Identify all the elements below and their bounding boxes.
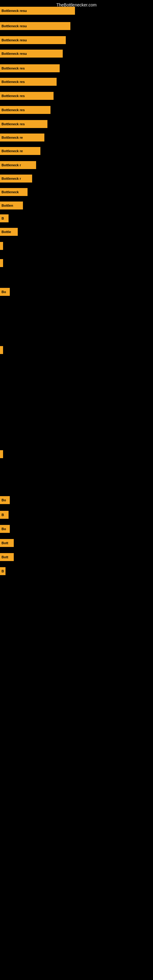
bar-row-2: Bottleneck resu: [0, 36, 66, 44]
bar-label-2: Bottleneck resu: [0, 36, 66, 44]
bar-row-22: Bo: [0, 496, 10, 504]
bar-row-9: Bottleneck re: [0, 134, 45, 142]
bar-row-15: B: [0, 215, 9, 222]
bar-row-27: B: [0, 567, 5, 575]
bar-label-0: Bottleneck resu: [0, 7, 75, 15]
bar-row-8: Bottleneck res: [0, 120, 48, 128]
bar-label-14: Bottlen: [0, 202, 23, 210]
bar-label-16: Bottle: [0, 228, 18, 236]
bar-row-19: Bo: [0, 288, 10, 296]
bar-label-15: B: [0, 215, 9, 222]
bar-label-3: Bottleneck resu: [0, 49, 63, 57]
bar-row-11: Bottleneck r: [0, 161, 36, 169]
bar-label-19: Bo: [0, 288, 10, 296]
bar-row-5: Bottleneck res: [0, 78, 57, 86]
bar-label-10: Bottleneck re: [0, 147, 40, 155]
bar-row-7: Bottleneck res: [0, 106, 51, 114]
bar-label-27: B: [0, 567, 5, 575]
bar-row-20: [0, 346, 2, 354]
bar-label-8: Bottleneck res: [0, 120, 48, 128]
bar-row-12: Bottleneck r: [0, 175, 32, 183]
bar-row-13: Bottleneck: [0, 188, 27, 196]
bar-label-24: Bo: [0, 525, 10, 533]
bar-row-21: [0, 450, 2, 458]
bar-row-1: Bottleneck resu: [0, 22, 70, 30]
bar-label-21: [0, 450, 3, 458]
bar-label-23: B: [0, 511, 9, 519]
bar-label-9: Bottleneck re: [0, 134, 45, 142]
bar-label-18: [0, 259, 3, 267]
bar-label-25: Bott: [0, 539, 14, 547]
bar-row-6: Bottleneck res: [0, 92, 54, 100]
bar-label-6: Bottleneck res: [0, 92, 54, 100]
bar-row-3: Bottleneck resu: [0, 49, 63, 57]
bar-label-12: Bottleneck r: [0, 175, 32, 183]
bar-label-4: Bottleneck res: [0, 64, 60, 72]
bar-label-17: [0, 242, 3, 250]
bar-label-7: Bottleneck res: [0, 106, 51, 114]
bar-row-23: B: [0, 511, 9, 519]
bar-label-5: Bottleneck res: [0, 78, 57, 86]
bar-row-4: Bottleneck res: [0, 64, 60, 72]
bar-label-22: Bo: [0, 496, 10, 504]
bar-row-26: Bott: [0, 553, 14, 561]
bar-row-16: Bottle: [0, 228, 18, 236]
bar-row-17: [0, 242, 2, 250]
bar-label-20: [0, 346, 3, 354]
bar-row-18: [0, 259, 2, 267]
bar-label-26: Bott: [0, 553, 14, 561]
bar-row-10: Bottleneck re: [0, 147, 40, 155]
bar-row-25: Bott: [0, 539, 14, 547]
bar-row-14: Bottlen: [0, 202, 23, 210]
bar-label-13: Bottleneck: [0, 188, 27, 196]
bar-row-24: Bo: [0, 525, 10, 533]
bar-row-0: Bottleneck resu: [0, 7, 75, 15]
bar-label-1: Bottleneck resu: [0, 22, 70, 30]
bar-label-11: Bottleneck r: [0, 161, 36, 169]
